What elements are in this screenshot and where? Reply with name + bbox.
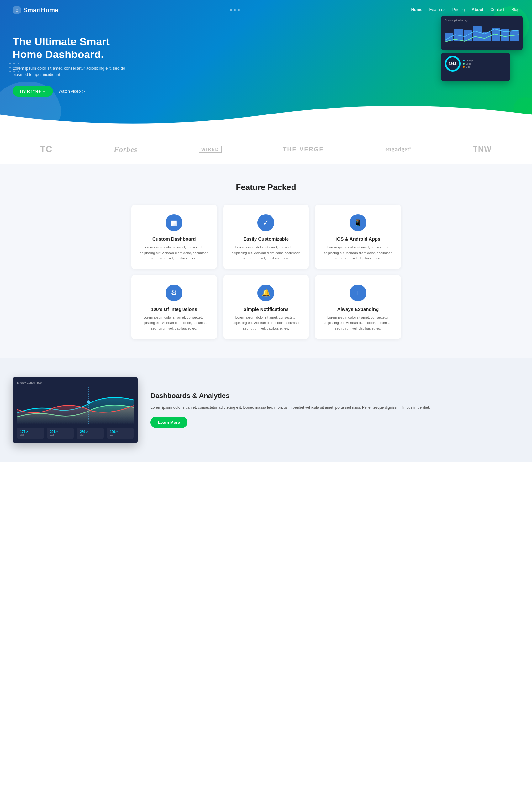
- logo-techcrunch: TС: [40, 144, 52, 154]
- nav-blog[interactable]: Blog: [511, 7, 519, 13]
- feature-icon-expanding: +: [349, 284, 366, 301]
- legend-dot-3: [463, 66, 464, 68]
- analytics-dashboard-mockup: Energy Consumption: [13, 377, 138, 443]
- legend-dot-2: [463, 63, 464, 64]
- dashboard-legend: Energy Solar Grid: [463, 60, 473, 68]
- stat-label-4: kWh: [110, 434, 131, 436]
- feature-desc-dashboard: Lorem ipsum dolor sit amet, consectetur …: [139, 245, 209, 261]
- logo[interactable]: ⌂ SmartHome: [13, 6, 58, 15]
- legend-item-2: Solar: [463, 63, 473, 65]
- feature-desc-integrations: Lorem ipsum dolor sit amet, consectetur …: [139, 315, 209, 332]
- navbar-links: Home Features Pricing About Contact Blog: [411, 7, 519, 13]
- dashboard-chart-area: [445, 23, 519, 44]
- stat-value-3: 289↗: [80, 430, 101, 433]
- hero-dashboard-mockup: Consumption by day: [441, 16, 522, 81]
- legend-label-3: Grid: [466, 66, 470, 68]
- analytics-stats: 174↗ kWh 201↗ kWh 289↗ kWh 196↗ kWh: [17, 428, 134, 439]
- hero-actions: Try for free → Watch video ▷: [13, 86, 132, 97]
- dashboard-card-top: Consumption by day: [441, 16, 522, 50]
- features-title: Feature Packed: [13, 183, 519, 192]
- stat-value-2: 201↗: [50, 430, 71, 433]
- feature-card-apps: 📱 iOS & Android Apps Lorem ipsum dolor s…: [315, 205, 401, 269]
- analytics-stat-2: 201↗ kWh: [47, 428, 74, 439]
- feature-desc-apps: Lorem ipsum dolor sit amet, consectetur …: [323, 245, 393, 261]
- nav-about[interactable]: About: [472, 7, 484, 13]
- feature-desc-customizable: Lorem ipsum dolor sit amet, consectetur …: [231, 245, 301, 261]
- analytics-dash-title: Energy Consumption: [17, 381, 134, 384]
- feature-icon-integrations: ⚙: [166, 284, 183, 301]
- logo-engadget: engadget≈: [385, 146, 412, 153]
- feature-name-integrations: 100's Of Integrations: [139, 306, 209, 312]
- feature-card-notifications: 🔔 Simple Notifications Lorem ipsum dolor…: [223, 275, 309, 339]
- legend-item-1: Energy: [463, 60, 473, 62]
- features-grid: ▦ Custom Dashboard Lorem ipsum dolor sit…: [131, 205, 401, 339]
- logo-theverge: THE VERGE: [283, 146, 324, 153]
- logos-section: TС Forbes WIRED THE VERGE engadget≈ TNW: [0, 132, 532, 164]
- svg-point-1: [87, 400, 90, 404]
- dashboard-line-chart: [445, 23, 519, 44]
- feature-desc-expanding: Lorem ipsum dolor sit amet, consectetur …: [323, 315, 393, 332]
- logo-forbes: Forbes: [114, 145, 137, 154]
- feature-card-customizable: ✓ Easily Customizable Lorem ipsum dolor …: [223, 205, 309, 269]
- dashboard-card-bottom: 334.5 Energy Solar Grid: [441, 53, 510, 81]
- feature-icon-dashboard: ▦: [166, 214, 183, 231]
- hero-content: The Ultimate Smart Home Dashboard. Lorem…: [13, 35, 132, 97]
- nav-features[interactable]: Features: [430, 7, 445, 13]
- legend-item-3: Grid: [463, 66, 473, 68]
- dashboard-bottom-content: 334.5 Energy Solar Grid: [445, 56, 506, 72]
- stat-label-3: kWh: [80, 434, 101, 436]
- legend-label-2: Solar: [466, 63, 471, 65]
- feature-card-integrations: ⚙ 100's Of Integrations Lorem ipsum dolo…: [131, 275, 217, 339]
- feature-name-notifications: Simple Notifications: [231, 306, 301, 312]
- analytics-stat-3: 289↗ kWh: [77, 428, 104, 439]
- feature-card-dashboard: ▦ Custom Dashboard Lorem ipsum dolor sit…: [131, 205, 217, 269]
- feature-desc-notifications: Lorem ipsum dolor sit amet, consectetur …: [231, 315, 301, 332]
- analytics-description: Lorem ipsum dolor sit amet, consectetur …: [151, 404, 519, 411]
- logo-icon: ⌂: [13, 6, 21, 15]
- analytics-section: Energy Consumption: [0, 358, 532, 462]
- features-section: Feature Packed ▦ Custom Dashboard Lorem …: [0, 164, 532, 358]
- feature-icon-apps: 📱: [349, 214, 366, 231]
- logo-text: SmartHome: [23, 6, 58, 14]
- hero-title: The Ultimate Smart Home Dashboard.: [13, 35, 132, 61]
- nav-contact[interactable]: Contact: [490, 7, 505, 13]
- feature-name-apps: iOS & Android Apps: [323, 236, 393, 242]
- legend-label-1: Energy: [466, 60, 473, 62]
- feature-name-expanding: Always Expanding: [323, 306, 393, 312]
- analytics-content: Dashboards & Analytics Lorem ipsum dolor…: [151, 392, 519, 428]
- dashboard-circle-gauge: 334.5: [445, 56, 460, 72]
- analytics-line-chart: [17, 387, 134, 424]
- legend-dot-1: [463, 60, 464, 61]
- analytics-stat-1: 174↗ kWh: [17, 428, 44, 439]
- learn-more-button[interactable]: Learn More: [151, 417, 188, 428]
- feature-card-expanding: + Always Expanding Lorem ipsum dolor sit…: [315, 275, 401, 339]
- feature-icon-customizable: ✓: [258, 214, 274, 231]
- hero-wave: [0, 97, 532, 132]
- navbar-dots: [230, 9, 240, 11]
- nav-home[interactable]: Home: [411, 7, 422, 13]
- stat-label-2: kWh: [50, 434, 71, 436]
- stat-value-1: 174↗: [20, 430, 41, 433]
- analytics-chart-area: [17, 387, 134, 424]
- feature-name-customizable: Easily Customizable: [231, 236, 301, 242]
- logo-tnw: TNW: [473, 145, 492, 154]
- stat-value-4: 196↗: [110, 430, 131, 433]
- stat-label-1: kWh: [20, 434, 41, 436]
- try-free-button[interactable]: Try for free →: [13, 86, 53, 97]
- navbar: ⌂ SmartHome Home Features Pricing About …: [0, 0, 532, 20]
- feature-name-dashboard: Custom Dashboard: [139, 236, 209, 242]
- watch-video-button[interactable]: Watch video ▷: [59, 89, 85, 93]
- logo-wired: WIRED: [199, 146, 222, 153]
- feature-icon-notifications: 🔔: [258, 284, 274, 301]
- analytics-stat-4: 196↗ kWh: [107, 428, 134, 439]
- nav-pricing[interactable]: Pricing: [452, 7, 465, 13]
- hero-description: Lorem ipsum dolor sit amet, consectetur …: [13, 65, 132, 78]
- analytics-title: Dashboards & Analytics: [151, 392, 519, 400]
